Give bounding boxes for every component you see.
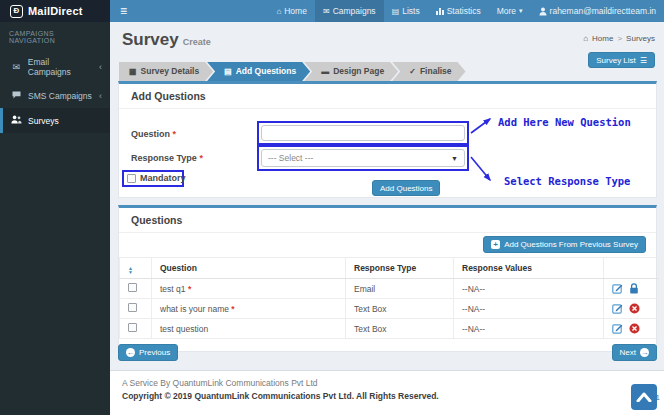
delete-icon[interactable] [629, 303, 640, 314]
lock-icon[interactable] [629, 283, 639, 294]
sidebar-item-sms-campaigns[interactable]: SMS Campaigns ‹ [0, 84, 110, 108]
add-from-previous-survey-button[interactable]: + Add Questions From Previous Survey [483, 236, 646, 253]
questions-table: ▲▼ Question Response Type Response Value… [119, 257, 659, 339]
column-header-response-type[interactable]: Response Type [346, 258, 454, 279]
next-button[interactable]: Next → [612, 344, 657, 361]
questions-toolbar: + Add Questions From Previous Survey [119, 233, 656, 257]
footer-copyright-line: Copyright © 2019 QuantumLink Communicati… [122, 391, 439, 401]
page-icon: ▬ [321, 62, 329, 81]
response-type-label-text: Response Type [131, 153, 197, 163]
previous-button[interactable]: ← Previous [118, 344, 178, 361]
row-response-values: --NA-- [454, 299, 604, 319]
question-input[interactable] [261, 125, 465, 141]
nav-label: Statistics [447, 6, 481, 16]
response-type-label: Response Type * [131, 153, 203, 163]
scroll-to-top-button[interactable] [631, 384, 657, 410]
mandatory-checkbox[interactable] [127, 174, 136, 183]
panel-title: Questions [119, 208, 656, 233]
chevron-left-icon: ‹ [99, 91, 102, 101]
breadcrumb-current: Surveys [626, 34, 655, 43]
table-row: test question Text Box --NA-- [120, 319, 659, 339]
nav-item-statistics[interactable]: Statistics [428, 0, 489, 22]
nav-item-lists[interactable]: ▤ Lists [384, 0, 428, 22]
row-response-values: --NA-- [454, 279, 604, 299]
edit-icon[interactable] [612, 323, 623, 334]
wizard-step-label: Survey Details [141, 62, 200, 81]
page-title: SurveyCreate [122, 30, 211, 50]
required-asterisk: * [231, 304, 234, 314]
breadcrumb: ⌂ Home > Surveys [583, 34, 655, 43]
home-icon: ⌂ [583, 34, 588, 43]
plus-icon: + [491, 240, 500, 249]
response-type-select[interactable]: --- Select --- ▼ [261, 149, 465, 167]
comment-icon [11, 91, 22, 101]
caret-down-icon: ▾ [519, 7, 523, 15]
nav-item-home[interactable]: ⌂ Home [268, 0, 315, 22]
caret-down-icon: ▼ [451, 155, 458, 162]
main-content: SurveyCreate ⌂ Home > Surveys Survey Lis… [110, 22, 664, 415]
breadcrumb-separator: > [617, 34, 622, 43]
wizard-step-finalise[interactable]: ✓ Finalise [392, 62, 465, 81]
wizard-step-design-page[interactable]: ▬ Design Page [304, 62, 398, 81]
table-header-row: ▲▼ Question Response Type Response Value… [120, 258, 659, 279]
brand-name: MailDirect [28, 5, 83, 17]
row-response-values: --NA-- [454, 319, 604, 339]
add-questions-panel: Add Questions Question * Response Type *… [118, 81, 657, 198]
nav-item-more[interactable]: More ▾ [489, 0, 531, 22]
th-list-icon: ▤ [224, 62, 232, 81]
edit-icon[interactable] [612, 283, 623, 294]
list-icon: ▤ [392, 7, 400, 16]
column-header-actions [604, 258, 659, 279]
page-title-text: Survey [122, 30, 179, 49]
wizard-step-add-questions[interactable]: ▤ Add Questions [207, 62, 310, 81]
sidebar: CAMPAIGNS NAVIGATION ✉ Email Campaigns ‹… [0, 22, 110, 415]
wizard-step-label: Design Page [333, 62, 384, 81]
nav-label: Home [284, 6, 307, 16]
arrow-left-circle-icon: ← [126, 348, 135, 357]
sidebar-section-header: CAMPAIGNS NAVIGATION [0, 22, 110, 50]
row-checkbox[interactable] [128, 323, 137, 332]
row-response-type: Text Box [346, 299, 454, 319]
envelope-icon: ✉ [323, 7, 330, 16]
mandatory-label: Mandatory [140, 173, 186, 183]
annotation-text-question: Add Here New Question [498, 116, 631, 128]
sidebar-item-email-campaigns[interactable]: ✉ Email Campaigns ‹ [0, 50, 110, 84]
row-response-type: Email [346, 279, 454, 299]
delete-icon[interactable] [629, 323, 640, 334]
home-icon: ⌂ [276, 7, 281, 16]
brand-logo[interactable]: Ð MailDirect [0, 0, 110, 22]
question-label-text: Question [131, 129, 170, 139]
wizard-step-survey-details[interactable]: ▦ Survey Details [119, 62, 213, 81]
chevron-left-icon: ‹ [99, 62, 102, 72]
row-checkbox[interactable] [128, 303, 137, 312]
user-email: raheman@maildirectteam.in [550, 6, 656, 16]
sort-header-cell[interactable]: ▲▼ [120, 258, 152, 279]
nav-item-campaigns[interactable]: ✉ Campaigns [315, 0, 384, 22]
footer: A Service By QuantumLink Communications … [110, 370, 664, 415]
column-header-response-values[interactable]: Response Values [454, 258, 604, 279]
nav-label: Lists [402, 6, 419, 16]
sidebar-item-label: Email Campaigns [28, 57, 93, 77]
edit-icon[interactable] [612, 303, 623, 314]
survey-list-button-label: Survey List [596, 56, 636, 65]
wizard-step-label: Add Questions [236, 62, 296, 81]
question-label: Question * [131, 129, 176, 139]
sidebar-item-surveys[interactable]: Surveys [0, 108, 110, 133]
annotation-text-response: Select Response Type [504, 175, 630, 187]
sidebar-toggle-icon[interactable]: ≡ [110, 0, 137, 22]
row-checkbox[interactable] [128, 283, 137, 292]
add-questions-submit-button[interactable]: Add Questions [372, 180, 440, 196]
bar-chart-icon [436, 7, 444, 15]
row-question-text: test q1 [160, 284, 186, 294]
survey-list-button[interactable]: Survey List ☰ [588, 52, 655, 68]
column-header-question[interactable]: Question [152, 258, 346, 279]
breadcrumb-home-link[interactable]: Home [592, 34, 613, 43]
th-grid-icon: ▦ [129, 62, 137, 81]
nav-item-user-account[interactable]: raheman@maildirectteam.in [531, 0, 664, 22]
user-icon [539, 7, 547, 16]
wizard-steps: ▦ Survey Details ▤ Add Questions ▬ Desig… [119, 62, 466, 81]
row-question-text: what is your name [160, 304, 229, 314]
panel-title: Add Questions [119, 84, 656, 109]
required-asterisk: * [173, 129, 177, 139]
select-value: --- Select --- [268, 153, 313, 163]
